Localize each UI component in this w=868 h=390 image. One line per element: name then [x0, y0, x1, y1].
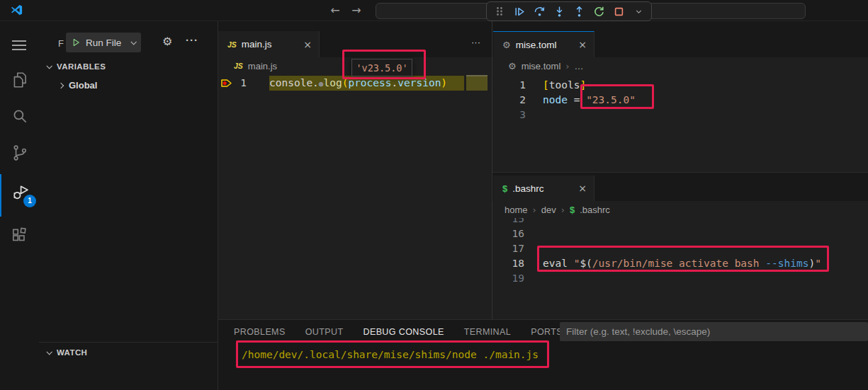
breadcrumb-separator: ›	[561, 205, 565, 215]
debug-step-over-button[interactable]	[531, 4, 547, 19]
tab-ports[interactable]: PORTS	[531, 327, 563, 337]
tab-label: mise.toml	[516, 40, 574, 50]
debug-console-output: /home/dev/.local/share/mise/shims/node .…	[242, 348, 539, 362]
line-number: 1	[218, 76, 247, 91]
pane-bashrc: $ .bashrc × home › dev › $ .bashrc 15	[492, 172, 868, 319]
breadcrumb-folder[interactable]: dev	[541, 205, 556, 215]
shell-file-icon: $	[570, 205, 575, 215]
tab-label: .bashrc	[512, 183, 573, 194]
navigate-back-button[interactable]: ←	[327, 2, 344, 19]
breadcrumb-more[interactable]: …	[574, 61, 583, 71]
settings-file-icon: ⚙	[508, 61, 517, 71]
variables-global-item[interactable]: Global	[59, 80, 97, 91]
breadcrumb-separator: ›	[533, 205, 536, 215]
tab-problems[interactable]: PROBLEMS	[234, 327, 286, 337]
code-line[interactable]: 18 eval "$(/usr/bin/mise activate bash -…	[492, 256, 868, 271]
debug-step-into-button[interactable]	[551, 4, 567, 19]
vscode-logo-icon	[10, 4, 23, 19]
panel-tab-bar: PROBLEMS OUTPUT DEBUG CONSOLE TERMINAL P…	[234, 322, 563, 341]
menu-icon[interactable]	[11, 38, 29, 57]
debug-toolbar-more-button[interactable]	[631, 4, 646, 19]
tab-output[interactable]: OUTPUT	[305, 327, 344, 337]
debug-views-more-button[interactable]: ···	[186, 34, 198, 46]
chevron-right-icon	[58, 82, 64, 88]
title-bar: ← →	[0, 0, 868, 21]
line-number: 16	[492, 226, 524, 241]
chevron-down-icon[interactable]	[130, 39, 136, 45]
editor-actions-more-button[interactable]: ···	[471, 37, 480, 47]
javascript-file-icon: JS	[227, 40, 237, 49]
hover-value-text: 'v23.5.0'	[356, 62, 407, 74]
explorer-icon[interactable]	[11, 71, 29, 89]
code-text[interactable]: [tools]	[543, 78, 586, 93]
code-line[interactable]: 15	[492, 218, 868, 226]
code-line[interactable]: 3	[492, 108, 868, 122]
breadcrumb-file[interactable]: .bashrc	[580, 205, 610, 215]
line-number: 18	[492, 256, 524, 271]
tab-bashrc[interactable]: $ .bashrc ×	[493, 176, 594, 201]
shell-file-icon: $	[502, 183, 507, 194]
close-tab-button[interactable]: ×	[303, 39, 312, 50]
code-text[interactable]: node = "23.5.0"	[543, 93, 636, 108]
tab-debug-console[interactable]: DEBUG CONSOLE	[363, 327, 444, 337]
tab-main-js[interactable]: JS main.js ×	[218, 31, 320, 57]
editor-mise-toml[interactable]: ⚙ mise.toml › … 1 [tools] 2 node = "23.5…	[492, 57, 868, 172]
debug-continue-button[interactable]	[512, 4, 527, 19]
code-line[interactable]: 16	[492, 226, 868, 241]
code-scroll-area[interactable]: 15 16 17 18 eval "$(/usr/bin/mise activa…	[492, 218, 868, 320]
chevron-down-icon	[46, 349, 52, 355]
vscode-window: ← →	[0, 0, 868, 390]
line-number: 17	[492, 241, 524, 256]
search-icon[interactable]	[11, 107, 29, 125]
debug-console-filter-input[interactable]	[560, 322, 868, 341]
tab-mise-toml[interactable]: ⚙ mise.toml ×	[493, 31, 594, 57]
drag-handle-icon[interactable]	[492, 4, 507, 19]
tab-strip: $ .bashrc ×	[492, 173, 868, 201]
debug-restart-button[interactable]	[591, 4, 607, 19]
navigate-forward-button[interactable]: →	[348, 2, 365, 19]
global-label: Global	[69, 80, 97, 91]
watch-section-header[interactable]: WATCH	[47, 348, 87, 357]
code-line[interactable]: 1 console.●log(process.version)	[218, 76, 492, 91]
active-view-indicator	[0, 174, 1, 217]
pane-mise-toml: ⚙ mise.toml × ⚙ mise.toml › … 1 [tools] …	[492, 21, 868, 172]
play-icon	[72, 38, 81, 47]
run-file-label: Run File	[86, 38, 126, 48]
code-text[interactable]: console.●log(process.version)	[269, 76, 447, 91]
debug-step-out-button[interactable]	[571, 4, 587, 19]
code-line[interactable]: 1 [tools]	[492, 78, 868, 93]
editor-bashrc[interactable]: home › dev › $ .bashrc 15 16 17	[492, 201, 868, 320]
extensions-icon[interactable]	[11, 226, 29, 245]
debug-hover-value: 'v23.5.0'	[351, 59, 412, 76]
breadcrumb-file[interactable]: mise.toml	[522, 61, 561, 71]
sidebar-run-and-debug: F Run File ⚙ ··· VARIABLES Global WATCH	[39, 21, 218, 390]
editor-group-main-js: JS main.js × ··· JS main.js 1 console.●l…	[218, 21, 492, 319]
javascript-file-icon: JS	[234, 62, 243, 70]
editor-group-right: ⚙ mise.toml × ⚙ mise.toml › … 1 [tools] …	[492, 21, 868, 319]
line-number: 2	[492, 93, 526, 108]
settings-file-icon: ⚙	[502, 40, 511, 50]
breadcrumb-file[interactable]: main.js	[248, 61, 277, 71]
breadcrumb-folder[interactable]: home	[505, 205, 528, 215]
code-text[interactable]: eval "$(/usr/bin/mise activate bash --sh…	[543, 256, 821, 271]
activity-bar: 1	[0, 21, 39, 390]
close-tab-button[interactable]: ×	[578, 183, 587, 194]
editor-main-js[interactable]: JS main.js 1 console.●log(process.versio…	[218, 57, 492, 319]
run-file-button[interactable]: Run File	[66, 33, 141, 52]
variables-label: VARIABLES	[57, 62, 106, 71]
breadcrumb[interactable]: home › dev › $ .bashrc	[492, 201, 868, 218]
bottom-panel: PROBLEMS OUTPUT DEBUG CONSOLE TERMINAL P…	[218, 319, 868, 390]
close-tab-button[interactable]: ×	[578, 39, 587, 50]
code-line[interactable]: 17	[492, 241, 868, 256]
code-line[interactable]: 19	[492, 271, 868, 286]
debug-settings-gear-icon[interactable]: ⚙	[162, 36, 172, 47]
tab-terminal[interactable]: TERMINAL	[464, 327, 511, 337]
minimap[interactable]	[466, 75, 487, 91]
breadcrumb[interactable]: ⚙ mise.toml › …	[492, 57, 868, 74]
source-control-icon[interactable]	[11, 144, 29, 162]
line-number: 15	[492, 218, 524, 226]
variables-section-header[interactable]: VARIABLES	[47, 62, 106, 71]
code-line[interactable]: 2 node = "23.5.0"	[492, 93, 868, 108]
debug-stop-button[interactable]	[611, 4, 626, 19]
tab-strip: ⚙ mise.toml ×	[492, 21, 868, 57]
